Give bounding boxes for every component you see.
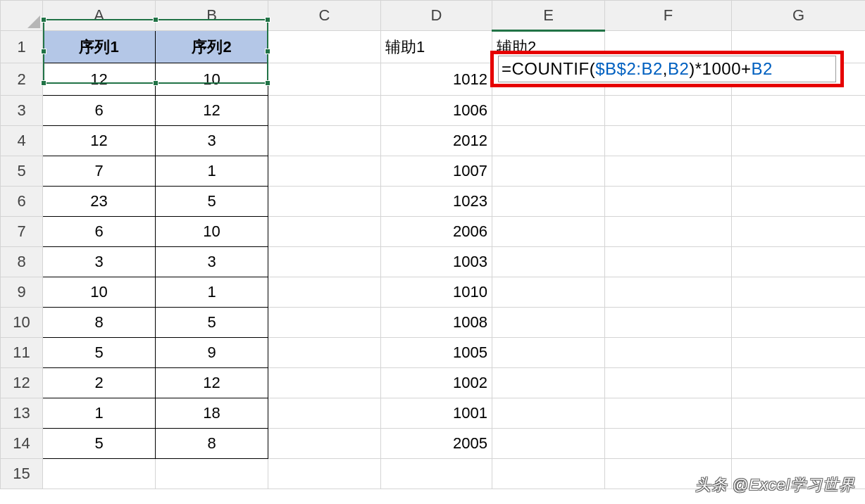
cell-B14[interactable]: 8 xyxy=(156,429,268,459)
cell-B11[interactable]: 9 xyxy=(156,338,268,368)
cell-E12[interactable] xyxy=(492,368,605,398)
cell-E7[interactable] xyxy=(492,217,605,247)
cell-D11[interactable]: 1005 xyxy=(381,338,492,368)
row-header-12[interactable]: 12 xyxy=(1,368,43,398)
cell-D12[interactable]: 1002 xyxy=(381,368,492,398)
cell-C8[interactable] xyxy=(268,247,381,277)
cell-D9[interactable]: 1010 xyxy=(381,277,492,308)
cell-C9[interactable] xyxy=(268,277,381,308)
cell-G10[interactable] xyxy=(732,308,866,338)
cell-C2[interactable] xyxy=(268,63,381,96)
cell-G13[interactable] xyxy=(732,398,866,429)
cell-B5[interactable]: 1 xyxy=(156,156,268,187)
cell-G12[interactable] xyxy=(732,368,866,398)
cell-F3[interactable] xyxy=(605,96,732,126)
row-header-5[interactable]: 5 xyxy=(1,156,43,187)
cell-D8[interactable]: 1003 xyxy=(381,247,492,277)
col-header-F[interactable]: F xyxy=(605,1,732,31)
col-header-E[interactable]: E xyxy=(492,1,605,31)
cell-D4[interactable]: 2012 xyxy=(381,126,492,156)
cell-G11[interactable] xyxy=(732,338,866,368)
cell-D13[interactable]: 1001 xyxy=(381,398,492,429)
cell-E9[interactable] xyxy=(492,277,605,308)
cell-C10[interactable] xyxy=(268,308,381,338)
row-header-13[interactable]: 13 xyxy=(1,398,43,429)
cell-F6[interactable] xyxy=(605,187,732,217)
cell-A4[interactable]: 12 xyxy=(43,126,156,156)
cell-B3[interactable]: 12 xyxy=(156,96,268,126)
cell-A7[interactable]: 6 xyxy=(43,217,156,247)
cell-D10[interactable]: 1008 xyxy=(381,308,492,338)
cell-C5[interactable] xyxy=(268,156,381,187)
cell-B1[interactable]: 序列2 xyxy=(156,31,268,63)
cell-B6[interactable]: 5 xyxy=(156,187,268,217)
cell-E4[interactable] xyxy=(492,126,605,156)
cell-G14[interactable] xyxy=(732,429,866,459)
cell-B10[interactable]: 5 xyxy=(156,308,268,338)
cell-D15[interactable] xyxy=(381,459,492,489)
cell-B7[interactable]: 10 xyxy=(156,217,268,247)
row-header-10[interactable]: 10 xyxy=(1,308,43,338)
cell-A14[interactable]: 5 xyxy=(43,429,156,459)
cell-B13[interactable]: 18 xyxy=(156,398,268,429)
cell-C14[interactable] xyxy=(268,429,381,459)
cell-A15[interactable] xyxy=(43,459,156,489)
row-header-15[interactable]: 15 xyxy=(1,459,43,489)
select-all-corner[interactable] xyxy=(1,1,43,31)
cell-A9[interactable]: 10 xyxy=(43,277,156,308)
cell-F7[interactable] xyxy=(605,217,732,247)
row-header-14[interactable]: 14 xyxy=(1,429,43,459)
cell-D1[interactable]: 辅助1 xyxy=(381,31,492,63)
cell-A13[interactable]: 1 xyxy=(43,398,156,429)
cell-G4[interactable] xyxy=(732,126,866,156)
col-header-G[interactable]: G xyxy=(732,1,866,31)
cell-F4[interactable] xyxy=(605,126,732,156)
cell-E15[interactable] xyxy=(492,459,605,489)
cell-E8[interactable] xyxy=(492,247,605,277)
cell-G5[interactable] xyxy=(732,156,866,187)
cell-E11[interactable] xyxy=(492,338,605,368)
cell-F10[interactable] xyxy=(605,308,732,338)
row-header-2[interactable]: 2 xyxy=(1,63,43,96)
cell-G6[interactable] xyxy=(732,187,866,217)
cell-C11[interactable] xyxy=(268,338,381,368)
cell-D2[interactable]: 1012 xyxy=(381,63,492,96)
row-header-3[interactable]: 3 xyxy=(1,96,43,126)
cell-B8[interactable]: 3 xyxy=(156,247,268,277)
cell-E6[interactable] xyxy=(492,187,605,217)
cell-E5[interactable] xyxy=(492,156,605,187)
cell-G3[interactable] xyxy=(732,96,866,126)
cell-F9[interactable] xyxy=(605,277,732,308)
row-header-9[interactable]: 9 xyxy=(1,277,43,308)
cell-E3[interactable] xyxy=(492,96,605,126)
cell-D3[interactable]: 1006 xyxy=(381,96,492,126)
col-header-D[interactable]: D xyxy=(381,1,492,31)
cell-C1[interactable] xyxy=(268,31,381,63)
row-header-4[interactable]: 4 xyxy=(1,126,43,156)
cell-A8[interactable]: 3 xyxy=(43,247,156,277)
cell-G8[interactable] xyxy=(732,247,866,277)
cell-E10[interactable] xyxy=(492,308,605,338)
cell-B9[interactable]: 1 xyxy=(156,277,268,308)
cell-C3[interactable] xyxy=(268,96,381,126)
cell-A2[interactable]: 12 xyxy=(43,63,156,96)
cell-F12[interactable] xyxy=(605,368,732,398)
cell-E14[interactable] xyxy=(492,429,605,459)
cell-F8[interactable] xyxy=(605,247,732,277)
col-header-A[interactable]: A xyxy=(43,1,156,31)
formula-editor[interactable]: =COUNTIF($B$2:B2,B2)*1000+B2 xyxy=(498,56,836,82)
row-header-11[interactable]: 11 xyxy=(1,338,43,368)
row-header-7[interactable]: 7 xyxy=(1,217,43,247)
col-header-B[interactable]: B xyxy=(156,1,268,31)
cell-C12[interactable] xyxy=(268,368,381,398)
cell-F5[interactable] xyxy=(605,156,732,187)
cell-D7[interactable]: 2006 xyxy=(381,217,492,247)
cell-C7[interactable] xyxy=(268,217,381,247)
cell-C4[interactable] xyxy=(268,126,381,156)
cell-A5[interactable]: 7 xyxy=(43,156,156,187)
cell-F11[interactable] xyxy=(605,338,732,368)
cell-F15[interactable] xyxy=(605,459,732,489)
cell-E13[interactable] xyxy=(492,398,605,429)
col-header-C[interactable]: C xyxy=(268,1,381,31)
cell-B12[interactable]: 12 xyxy=(156,368,268,398)
